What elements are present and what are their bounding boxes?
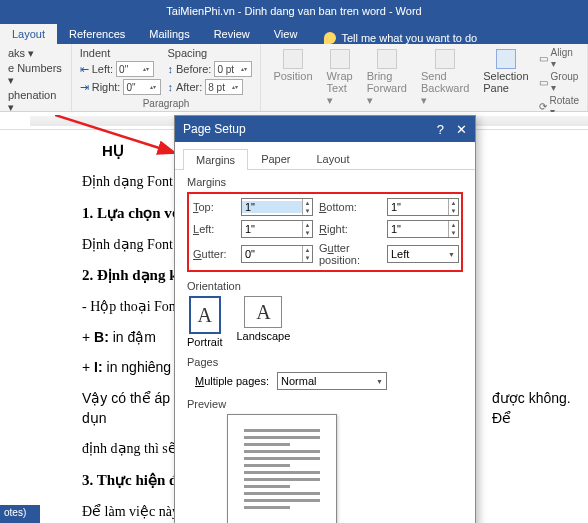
spacing-after[interactable]: 8 pt▴▾ [205,79,243,95]
before-icon: ↕ [167,63,173,75]
gutterpos-select[interactable]: Left▼ [387,245,459,263]
tell-me[interactable]: Tell me what you want to do [324,32,477,44]
group-paragraph: Indent ⇤Left:0"▴▾ ⇥Right:0"▴▾ Spacing ↕B… [72,44,262,111]
right-label: Right: [319,223,381,235]
tab-view[interactable]: View [262,24,310,44]
wrap-btn[interactable]: Wrap Text ▾ [323,47,357,117]
right-input[interactable]: ▲▼ [387,220,459,238]
paragraph-label: Paragraph [80,98,253,109]
ribbon: aks ▾ e Numbers ▾ phenation ▾ Indent ⇤Le… [0,44,588,112]
after-icon: ↕ [167,81,173,93]
multipages-select[interactable]: Normal▼ [277,372,387,390]
bring-btn[interactable]: Bring Forward ▾ [363,47,411,117]
top-input[interactable]: ▲▼ [241,198,313,216]
close-icon[interactable]: ✕ [456,122,467,137]
left-label: Left: [193,223,235,235]
landscape-btn[interactable]: ALandscape [236,296,290,348]
tab-layout[interactable]: Layout [0,24,57,44]
position-btn[interactable]: Position [269,47,316,117]
indent-label: Indent [80,47,162,59]
spacing-label: Spacing [167,47,252,59]
left-input[interactable]: ▲▼ [241,220,313,238]
help-icon[interactable]: ? [437,122,444,137]
tab-mailings[interactable]: Mailings [137,24,201,44]
indent-left-icon: ⇤ [80,63,89,76]
page-setup-dialog: Page Setup ? ✕ Margins Paper Layout Marg… [174,115,476,523]
chevron-down-icon: ▼ [376,378,383,385]
tab-review[interactable]: Review [202,24,262,44]
preview-section: Preview [187,398,463,410]
pages-section: Pages [187,356,463,368]
hyphen-btn[interactable]: phenation ▾ [8,89,63,114]
spin-up-icon[interactable]: ▲ [303,199,312,207]
top-label: Top: [193,201,235,213]
linenum-btn[interactable]: e Numbers ▾ [8,62,63,87]
spacing-before[interactable]: 0 pt▴▾ [214,61,252,77]
orientation-section: Orientation [187,280,463,292]
group-pagesetup-cut: aks ▾ e Numbers ▾ phenation ▾ [0,44,72,111]
indent-left[interactable]: 0"▴▾ [116,61,154,77]
tell-me-text: Tell me what you want to do [341,32,477,44]
gutterpos-label: Gutter position: [319,242,381,266]
bottom-label: Bottom: [319,201,381,213]
indent-right[interactable]: 0"▴▾ [123,79,161,95]
send-btn[interactable]: Send Backward ▾ [417,47,473,117]
dtab-paper[interactable]: Paper [248,148,303,169]
spin-down-icon[interactable]: ▼ [303,207,312,215]
align-btn[interactable]: ▭ Align ▾ [539,47,579,69]
dialog-titlebar[interactable]: Page Setup ? ✕ [175,116,475,142]
tab-references[interactable]: References [57,24,137,44]
dtab-layout[interactable]: Layout [303,148,362,169]
dialog-tabs: Margins Paper Layout [175,142,475,170]
highlighted-margins: Top: ▲▼ Bottom: ▲▼ Left: ▲▼ Right: ▲▼ Gu… [187,192,463,272]
portrait-btn[interactable]: APortrait [187,296,222,348]
bottom-input[interactable]: ▲▼ [387,198,459,216]
status-bar: otes) [0,505,40,523]
breaks-btn[interactable]: aks ▾ [8,47,63,60]
selpane-btn[interactable]: Selection Pane [479,47,532,117]
chevron-down-icon: ▼ [448,251,455,258]
app-title: TaiMienPhi.vn - Dinh dang van ban tren w… [166,5,421,17]
gutter-label: Gutter: [193,248,235,260]
margins-section: Margins [187,176,463,188]
group-btn[interactable]: ▭ Group ▾ [539,71,579,93]
dtab-margins[interactable]: Margins [183,149,248,170]
group-arrange: Position Wrap Text ▾ Bring Forward ▾ Sen… [261,44,588,111]
ribbon-tabs: Layout References Mailings Review View T… [0,22,588,44]
titlebar: TaiMienPhi.vn - Dinh dang van ban tren w… [0,0,588,22]
multipages-label: Multiple pages: [195,375,269,387]
dialog-title: Page Setup [183,122,246,136]
gutter-input[interactable]: ▲▼ [241,245,313,263]
bulb-icon [324,32,336,44]
indent-right-icon: ⇥ [80,81,89,94]
preview-box [227,414,337,523]
